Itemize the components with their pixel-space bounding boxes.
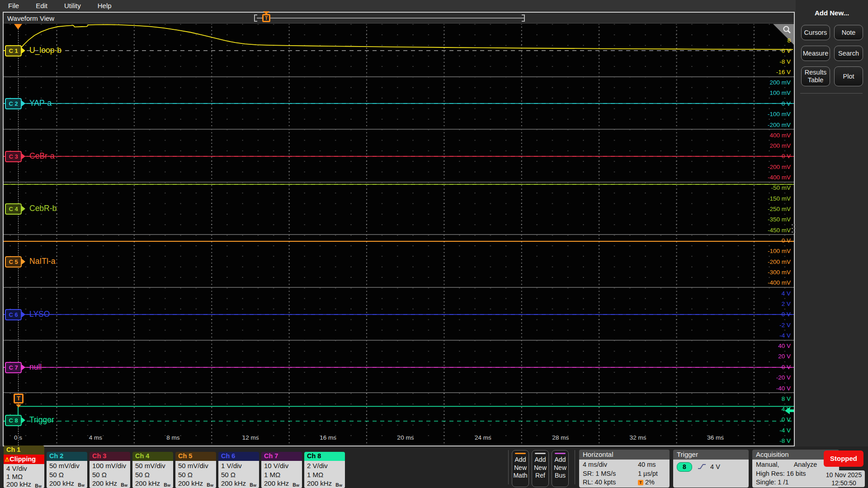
channel-name-label[interactable]: Trigger: [29, 415, 54, 425]
bandwidth-icon: BW: [207, 481, 213, 488]
results-table-button[interactable]: Results Table: [801, 66, 830, 86]
time-axis-label: 12 ms: [242, 434, 259, 441]
bottom-channel-badge[interactable]: Ch 3100 mV/div50 Ω200 kHzBW: [90, 452, 130, 488]
scale-label: -20 V: [741, 374, 791, 381]
pan-trigger-position-icon[interactable]: T: [262, 14, 270, 22]
time-axis-label: 16 ms: [320, 434, 336, 441]
bottom-channel-badge-header: Ch 3: [90, 452, 130, 461]
note-button[interactable]: Note: [834, 25, 863, 40]
trigger-panel[interactable]: Trigger 8 4 V: [673, 450, 749, 488]
bottom-channel-badge[interactable]: Ch 61 V/div50 Ω200 kHzBW: [218, 452, 259, 488]
trigger-level-value: 4 V: [710, 463, 720, 470]
bottom-channel-badge[interactable]: Ch 250 mV/div50 Ω200 kHzBW: [47, 452, 87, 488]
band-divider: [4, 182, 794, 183]
menu-utility[interactable]: Utility: [64, 2, 81, 9]
scale-label: -4 V: [741, 427, 791, 434]
time-axis-label: 32 ms: [630, 434, 646, 441]
trigger-source-marker-icon[interactable]: T: [14, 394, 24, 404]
pan-bracket-right[interactable]: [522, 14, 525, 22]
bandwidth-icon: BW: [164, 481, 170, 488]
channel-name-label[interactable]: null: [29, 362, 42, 372]
bottom-channel-badge-body: 50 mV/div50 Ω200 kHzBW: [132, 461, 173, 488]
panel-splitter-handle[interactable]: [792, 224, 796, 234]
channel-name-label[interactable]: U_loop-b: [29, 46, 61, 55]
horizontal-pan-bar[interactable]: [257, 18, 524, 19]
scale-label: 4 V: [741, 406, 791, 413]
menu-help[interactable]: Help: [98, 2, 112, 9]
channel-badge[interactable]: C 3: [5, 151, 22, 162]
run-stop-status[interactable]: Stopped: [824, 450, 863, 467]
bottom-channel-badge-header: Ch 2: [47, 452, 87, 461]
scale-label: -100 mV: [741, 111, 791, 117]
bottom-channel-badge[interactable]: Ch 1⚠Clipping4 V/div1 MΩ200 kHzBW: [4, 446, 44, 488]
channel-name-label[interactable]: CeBr-a: [29, 151, 54, 161]
channel-badge[interactable]: C 2: [5, 98, 22, 109]
scale-label: -200 mV: [741, 258, 791, 265]
menu-bar: File Edit Utility Help: [0, 0, 868, 11]
scale-label: -16 V: [741, 69, 791, 75]
button-accent-bar: [515, 453, 526, 454]
channel-setting-line: 200 kHzBW: [178, 479, 214, 488]
plot-button[interactable]: Plot: [834, 66, 863, 86]
horizontal-panel[interactable]: Horizontal 4 ms/div SR: 1 MS/s RL: 40 kp…: [579, 450, 670, 488]
channel-badge[interactable]: C 7: [5, 362, 22, 373]
measure-button[interactable]: Measure: [801, 46, 830, 61]
scale-label: 0 V: [741, 100, 791, 107]
scale-label: -200 mV: [741, 122, 791, 128]
bottom-channel-badge[interactable]: Ch 550 mV/div50 Ω200 kHzBW: [175, 452, 216, 488]
add-new-bus-button[interactable]: AddNewBus: [552, 450, 569, 487]
add-new-math-button[interactable]: AddNewMath: [512, 450, 529, 487]
menu-edit[interactable]: Edit: [36, 2, 47, 9]
horizontal-panel-title: Horizontal: [579, 450, 670, 460]
time-axis-label: 8 ms: [166, 434, 179, 441]
search-button[interactable]: Search: [834, 46, 863, 61]
channel-setting-line: 100 mV/div: [92, 461, 128, 470]
channel-badge-arrow: [21, 100, 25, 107]
channel-setting-line: 1 MΩ: [307, 470, 343, 479]
channel-setting-line: 50 Ω: [178, 470, 214, 479]
channel-name-label[interactable]: YAP-a: [29, 99, 52, 108]
channel-badge[interactable]: C 1: [5, 45, 22, 56]
scale-label: 100 mV: [741, 89, 791, 96]
trigger-top-marker-icon[interactable]: [14, 24, 22, 29]
bottom-channel-badge[interactable]: Ch 82 V/div1 MΩ200 kHzBW: [304, 452, 345, 488]
scale-label: -8 V: [741, 437, 791, 444]
channel-name-label[interactable]: CebR-b: [29, 204, 57, 213]
channel-setting-line: 1 MΩ: [6, 473, 42, 481]
bottom-channel-badge-body: 1 V/div50 Ω200 kHzBW: [218, 461, 259, 488]
channel-badge[interactable]: C 8: [5, 415, 22, 426]
bandwidth-icon: BW: [121, 481, 127, 488]
channel-setting-line: 200 kHzBW: [264, 479, 300, 488]
bottom-channel-badge[interactable]: Ch 710 V/div1 MΩ200 kHzBW: [261, 452, 302, 488]
channel-badge-arrow: [21, 364, 25, 371]
bandwidth-icon: BW: [292, 481, 299, 488]
channel-name-label[interactable]: NaITl-a: [29, 257, 55, 266]
bottom-channel-badge-body: 4 V/div1 MΩ200 kHzBW: [4, 464, 44, 488]
horizontal-window: 40 ms: [638, 460, 658, 469]
button-accent-bar: [535, 453, 546, 454]
scale-label: -400 mV: [741, 279, 791, 286]
time-axis-label: 28 ms: [552, 434, 569, 441]
trace: [4, 24, 793, 51]
add-new-panel: Add New... Cursors Note Measure Search R…: [796, 0, 868, 446]
channel-badge[interactable]: C 6: [5, 309, 22, 320]
graticule[interactable]: T 80 V-8 V-16 VC 1U_loop-b200 mV100 mV0 …: [4, 24, 794, 446]
bottom-channel-badge-header: Ch 5: [175, 452, 216, 461]
bottom-channel-badge-body: 2 V/div1 MΩ200 kHzBW: [304, 461, 345, 488]
horizontal-resolution: 1 µs/pt: [638, 469, 658, 479]
bandwidth-icon: BW: [35, 482, 42, 488]
scale-label: -8 V: [741, 58, 791, 65]
scale-label: -350 mV: [741, 216, 791, 223]
separator: [508, 450, 509, 484]
cursors-button[interactable]: Cursors: [801, 25, 830, 40]
channel-name-label[interactable]: LYSO: [29, 310, 50, 319]
menu-file[interactable]: File: [8, 2, 19, 9]
channel-badge-arrow: [21, 205, 25, 212]
trigger-panel-title: Trigger: [673, 450, 749, 460]
time-label: 12:50:50: [823, 479, 865, 487]
channel-badge[interactable]: C 5: [5, 256, 22, 267]
channel-badge[interactable]: C 4: [5, 203, 22, 215]
add-new-ref-button[interactable]: AddNewRef: [532, 450, 549, 487]
pan-bracket-left[interactable]: [254, 14, 257, 22]
bottom-channel-badge[interactable]: Ch 450 mV/div50 Ω200 kHzBW: [132, 452, 173, 488]
